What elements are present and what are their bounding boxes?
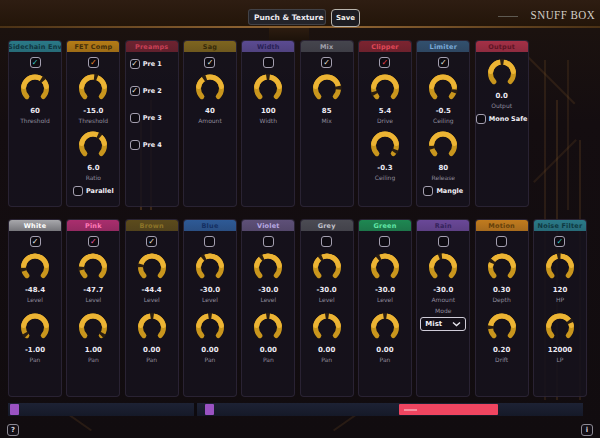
knob-value: 80 [438, 164, 448, 172]
checkmark-icon: ✓ [131, 60, 138, 68]
knob-ratio[interactable]: 6.0Ratio [73, 129, 113, 181]
module-mix: Mix✓85Mix [300, 40, 354, 207]
knob-amount[interactable]: -30.0Amount [423, 251, 463, 303]
knob-value: 100 [261, 107, 276, 115]
module-enable-checkbox[interactable] [204, 236, 215, 247]
knob-level[interactable]: -47.7Level [73, 251, 113, 303]
knob-value: -30.0 [317, 286, 337, 294]
knob-label: LP [556, 356, 563, 363]
knob-hp[interactable]: 120HP [540, 251, 580, 303]
knob-value: 0.00 [201, 346, 218, 354]
option-checkbox[interactable] [476, 114, 486, 124]
knob-value: 85 [322, 107, 332, 115]
knob-pan[interactable]: 0.00Pan [132, 311, 172, 363]
knob-level[interactable]: -30.0Level [248, 251, 288, 303]
module-enable-checkbox[interactable]: ✓ [379, 57, 390, 68]
preamp-check-group: ✓Pre 1✓Pre 2Pre 3Pre 4 [126, 57, 162, 150]
module-white: White✓-48.4Level-1.00Pan [8, 219, 62, 397]
meter-level-bar [399, 404, 498, 415]
knob-value: 60 [30, 107, 40, 115]
knob-depth[interactable]: 0.30Depth [482, 251, 522, 303]
knob-amount[interactable]: 40Amount [190, 72, 230, 124]
knob-value: 0.00 [260, 346, 277, 354]
option-mono-safe[interactable]: Mono Safe [476, 114, 528, 124]
option-pre-1[interactable]: ✓Pre 1 [130, 59, 162, 69]
knob-value: -44.4 [142, 286, 162, 294]
app-logo: SNUFF BOX [530, 8, 595, 23]
knob-pan[interactable]: 0.00Pan [190, 311, 230, 363]
module-enable-checkbox[interactable]: ✓ [204, 57, 215, 68]
module-enable-checkbox[interactable]: ✓ [88, 236, 99, 247]
option-checkbox[interactable] [130, 140, 140, 150]
knob-pan[interactable]: -1.00Pan [15, 311, 55, 363]
knob-output[interactable]: 0.0Output [482, 57, 522, 109]
knob-level[interactable]: -30.0Level [307, 251, 347, 303]
knob-release[interactable]: 80Release [423, 129, 463, 181]
mode-dropdown[interactable]: Mist [420, 317, 466, 331]
texture-line [533, 139, 577, 183]
meter-strip [8, 403, 583, 416]
option-checkbox[interactable] [423, 186, 433, 196]
knob-value: -15.0 [83, 107, 103, 115]
module-header: Width [242, 41, 294, 52]
module-enable-checkbox[interactable]: ✓ [554, 236, 565, 247]
knob-label: Level [260, 296, 276, 303]
module-enable-checkbox[interactable]: ✓ [438, 57, 449, 68]
option-pre-4[interactable]: Pre 4 [130, 140, 162, 150]
module-enable-checkbox[interactable] [438, 236, 449, 247]
module-enable-checkbox[interactable] [263, 236, 274, 247]
info-icon: i [586, 426, 588, 434]
module-enable-checkbox[interactable]: ✓ [30, 57, 41, 68]
knob-threshold[interactable]: 60Threshold [15, 72, 55, 124]
knob-pan[interactable]: 0.00Pan [365, 311, 405, 363]
knob-pan[interactable]: 0.00Pan [248, 311, 288, 363]
knob-drift[interactable]: 0.20Drift [482, 311, 522, 363]
module-enable-checkbox[interactable]: ✓ [88, 57, 99, 68]
option-checkbox[interactable] [130, 113, 140, 123]
knob-level[interactable]: -48.4Level [15, 251, 55, 303]
option-label: Pre 4 [143, 141, 162, 149]
save-button[interactable]: Save [331, 9, 360, 27]
module-pink: Pink✓-47.7Level1.00Pan [66, 219, 120, 397]
module-enable-checkbox[interactable] [379, 236, 390, 247]
knob-level[interactable]: -30.0Level [365, 251, 405, 303]
mode-value: Mist [425, 320, 442, 328]
option-pre-2[interactable]: ✓Pre 2 [130, 86, 162, 96]
knob-label: Level [85, 296, 101, 303]
knob-ceiling[interactable]: -0.5Ceiling [423, 72, 463, 124]
meter-marker-left [10, 404, 19, 415]
knob-value: 0.20 [493, 346, 510, 354]
module-enable-checkbox[interactable] [496, 236, 507, 247]
option-pre-3[interactable]: Pre 3 [130, 113, 162, 123]
knob-value: 5.4 [379, 107, 391, 115]
module-enable-checkbox[interactable]: ✓ [146, 236, 157, 247]
module-enable-checkbox[interactable]: ✓ [30, 236, 41, 247]
option-checkbox[interactable]: ✓ [130, 86, 140, 96]
option-checkbox[interactable]: ✓ [130, 59, 140, 69]
preset-dropdown[interactable]: Punch & Texture [248, 9, 326, 25]
option-parallel[interactable]: Parallel [73, 186, 114, 196]
knob-lp[interactable]: 12000LP [540, 311, 580, 363]
knob-pan[interactable]: 1.00Pan [73, 311, 113, 363]
checkmark-icon: ✓ [32, 59, 39, 67]
module-enable-checkbox[interactable] [321, 236, 332, 247]
option-label: Pre 1 [143, 60, 162, 68]
help-button[interactable]: ? [7, 424, 19, 436]
option-checkbox[interactable] [73, 186, 83, 196]
module-enable-checkbox[interactable] [263, 57, 274, 68]
knob-drive[interactable]: 5.4Drive [365, 72, 405, 124]
meter-level-dash [404, 409, 417, 411]
knob-threshold[interactable]: -15.0Threshold [73, 72, 113, 124]
module-blue: Blue-30.0Level0.00Pan [183, 219, 237, 397]
option-mangle[interactable]: Mangle [423, 186, 463, 196]
knob-ceiling[interactable]: -0.3Ceiling [365, 129, 405, 181]
knob-mix[interactable]: 85Mix [307, 72, 347, 124]
module-enable-checkbox[interactable]: ✓ [321, 57, 332, 68]
info-button[interactable]: i [581, 424, 593, 436]
knob-label: Level [377, 296, 393, 303]
knob-level[interactable]: -44.4Level [132, 251, 172, 303]
texture-line [567, 60, 569, 210]
knob-pan[interactable]: 0.00Pan [307, 311, 347, 363]
knob-width[interactable]: 100Width [248, 72, 288, 124]
knob-level[interactable]: -30.0Level [190, 251, 230, 303]
